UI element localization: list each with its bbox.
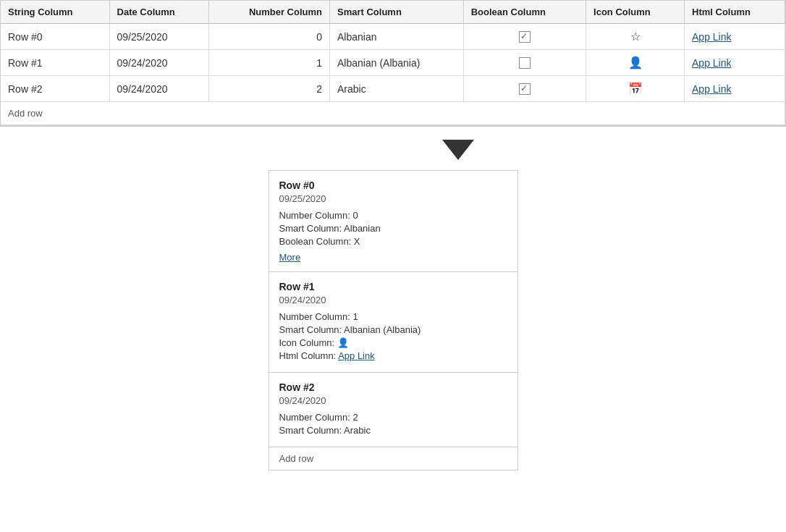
down-arrow-icon bbox=[442, 140, 474, 160]
field-value: Arabic bbox=[344, 425, 371, 436]
card-app-link[interactable]: App Link bbox=[338, 350, 375, 361]
star-icon: ☆ bbox=[630, 30, 641, 43]
field-value: X bbox=[354, 236, 360, 247]
card-more-link[interactable]: More bbox=[279, 252, 301, 263]
field-label: Number Column: bbox=[279, 311, 353, 322]
smart-cell: Albanian bbox=[330, 24, 464, 50]
calendar-icon: 📅 bbox=[628, 83, 643, 95]
add-row-row[interactable]: Add row bbox=[1, 102, 785, 125]
card-title: Row #1 bbox=[279, 281, 507, 292]
date-cell: 09/24/2020 bbox=[109, 50, 209, 76]
card-field: Boolean Column: X bbox=[279, 236, 507, 247]
table-row: Row #0 09/25/2020 0 Albanian ☆ App Link bbox=[1, 24, 785, 50]
field-label: Smart Column: bbox=[279, 324, 345, 335]
field-label: Boolean Column: bbox=[279, 236, 354, 247]
field-label: Number Column: bbox=[279, 210, 353, 221]
boolean-cell[interactable] bbox=[463, 76, 586, 102]
card-field: Smart Column: Albanian bbox=[279, 223, 507, 234]
cards-section: Row #0 09/25/2020 Number Column: 0 Smart… bbox=[0, 170, 786, 470]
checkbox-unchecked-icon[interactable] bbox=[519, 57, 531, 69]
field-value: Albanian bbox=[344, 223, 381, 234]
boolean-cell[interactable] bbox=[463, 50, 586, 76]
field-label: Smart Column: bbox=[279, 425, 345, 436]
number-cell: 0 bbox=[209, 24, 330, 50]
app-link[interactable]: App Link bbox=[692, 57, 731, 69]
card-field: Icon Column: 👤 bbox=[279, 337, 507, 348]
col-header-smart: Smart Column bbox=[330, 1, 464, 24]
field-label: Icon Column: bbox=[279, 337, 337, 348]
col-header-string: String Column bbox=[1, 1, 109, 24]
card-field: Number Column: 0 bbox=[279, 210, 507, 221]
table-row: Row #1 09/24/2020 1 Albanian (Albania) 👤… bbox=[1, 50, 785, 76]
col-header-boolean: Boolean Column bbox=[463, 1, 586, 24]
cards-container: Row #0 09/25/2020 Number Column: 0 Smart… bbox=[269, 170, 518, 470]
icon-cell: ☆ bbox=[586, 24, 685, 50]
smart-cell: Albanian (Albania) bbox=[330, 50, 464, 76]
field-label: Smart Column: bbox=[279, 223, 345, 234]
add-row-cell[interactable]: Add row bbox=[1, 102, 785, 125]
card-title: Row #0 bbox=[279, 180, 507, 191]
string-cell: Row #2 bbox=[1, 76, 109, 102]
card-date: 09/24/2020 bbox=[279, 395, 507, 406]
card-title: Row #2 bbox=[279, 381, 507, 393]
card-field: Number Column: 1 bbox=[279, 311, 507, 322]
date-cell: 09/24/2020 bbox=[109, 76, 209, 102]
string-cell: Row #0 bbox=[1, 24, 109, 50]
card-field: Html Column: App Link bbox=[279, 350, 507, 361]
col-header-number: Number Column bbox=[209, 1, 330, 24]
card-row-0: Row #0 09/25/2020 Number Column: 0 Smart… bbox=[269, 171, 517, 272]
field-value: 1 bbox=[352, 311, 358, 322]
card-field: Smart Column: Albanian (Albania) bbox=[279, 324, 507, 335]
card-date: 09/24/2020 bbox=[279, 295, 507, 305]
add-row-card[interactable]: Add row bbox=[269, 447, 517, 470]
string-cell: Row #1 bbox=[1, 50, 109, 76]
checkbox-checked-icon[interactable] bbox=[519, 83, 531, 95]
icon-cell: 👤 bbox=[586, 50, 685, 76]
col-header-html: Html Column bbox=[685, 1, 785, 24]
card-row-1: Row #1 09/24/2020 Number Column: 1 Smart… bbox=[269, 272, 517, 373]
app-link[interactable]: App Link bbox=[692, 83, 731, 95]
card-field: Smart Column: Arabic bbox=[279, 425, 507, 436]
col-header-icon: Icon Column bbox=[586, 1, 685, 24]
date-cell: 09/25/2020 bbox=[109, 24, 209, 50]
html-cell[interactable]: App Link bbox=[685, 24, 785, 50]
app-link[interactable]: App Link bbox=[692, 31, 731, 43]
html-cell[interactable]: App Link bbox=[685, 50, 785, 76]
card-row-2: Row #2 09/24/2020 Number Column: 2 Smart… bbox=[269, 373, 517, 447]
smart-cell: Arabic bbox=[330, 76, 464, 102]
html-cell[interactable]: App Link bbox=[685, 76, 785, 102]
person-icon: 👤 bbox=[628, 56, 643, 69]
card-date: 09/25/2020 bbox=[279, 193, 507, 204]
down-arrow-container bbox=[130, 127, 786, 167]
field-value: 0 bbox=[352, 210, 358, 221]
top-table-wrapper: String Column Date Column Number Column … bbox=[0, 0, 786, 127]
checkbox-checked-icon[interactable] bbox=[519, 31, 531, 43]
icon-cell: 📅 bbox=[586, 76, 685, 102]
field-label: Html Column: bbox=[279, 350, 339, 361]
field-label: Number Column: bbox=[279, 412, 353, 423]
boolean-cell[interactable] bbox=[463, 24, 586, 50]
card-field: Number Column: 2 bbox=[279, 412, 507, 423]
number-cell: 2 bbox=[209, 76, 330, 102]
person-icon: 👤 bbox=[337, 337, 349, 348]
field-value: Albanian (Albania) bbox=[344, 324, 421, 335]
data-table: String Column Date Column Number Column … bbox=[1, 1, 785, 125]
number-cell: 1 bbox=[209, 50, 330, 76]
field-value: 2 bbox=[352, 412, 358, 423]
table-header-row: String Column Date Column Number Column … bbox=[1, 1, 785, 24]
col-header-date: Date Column bbox=[109, 1, 209, 24]
table-row: Row #2 09/24/2020 2 Arabic 📅 App Link bbox=[1, 76, 785, 102]
